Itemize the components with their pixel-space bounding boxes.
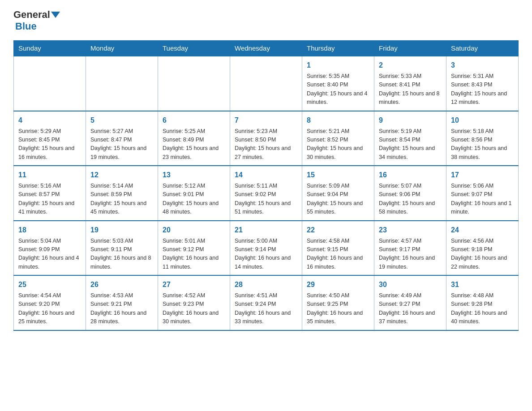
day-number: 25 bbox=[18, 279, 81, 290]
calendar-cell: 10Sunrise: 5:18 AM Sunset: 8:56 PM Dayli… bbox=[446, 111, 519, 166]
calendar-cell bbox=[86, 56, 158, 111]
header-row: SundayMondayTuesdayWednesdayThursdayFrid… bbox=[14, 41, 519, 56]
calendar-cell: 17Sunrise: 5:06 AM Sunset: 9:07 PM Dayli… bbox=[446, 166, 519, 221]
day-info: Sunrise: 5:01 AM Sunset: 9:12 PM Dayligh… bbox=[163, 237, 225, 272]
week-row-3: 11Sunrise: 5:16 AM Sunset: 8:57 PM Dayli… bbox=[14, 166, 519, 221]
week-row-2: 4Sunrise: 5:29 AM Sunset: 8:45 PM Daylig… bbox=[14, 111, 519, 166]
day-info: Sunrise: 5:06 AM Sunset: 9:07 PM Dayligh… bbox=[451, 182, 514, 217]
day-number: 21 bbox=[235, 225, 297, 235]
day-number: 6 bbox=[163, 115, 225, 126]
day-info: Sunrise: 4:57 AM Sunset: 9:17 PM Dayligh… bbox=[379, 237, 442, 272]
day-number: 16 bbox=[379, 170, 442, 180]
day-number: 24 bbox=[451, 225, 514, 235]
day-info: Sunrise: 5:31 AM Sunset: 8:43 PM Dayligh… bbox=[451, 72, 514, 107]
col-header-thursday: Thursday bbox=[302, 41, 374, 56]
day-number: 9 bbox=[379, 115, 442, 126]
calendar-cell: 7Sunrise: 5:23 AM Sunset: 8:50 PM Daylig… bbox=[230, 111, 302, 166]
calendar-cell: 12Sunrise: 5:14 AM Sunset: 8:59 PM Dayli… bbox=[86, 166, 158, 221]
logo-blue: Blue bbox=[15, 21, 37, 32]
day-info: Sunrise: 5:29 AM Sunset: 8:45 PM Dayligh… bbox=[18, 127, 81, 162]
day-info: Sunrise: 4:52 AM Sunset: 9:23 PM Dayligh… bbox=[163, 291, 225, 326]
day-info: Sunrise: 4:54 AM Sunset: 9:20 PM Dayligh… bbox=[18, 291, 81, 326]
day-number: 18 bbox=[18, 225, 81, 235]
calendar-cell bbox=[14, 56, 86, 111]
calendar-cell: 23Sunrise: 4:57 AM Sunset: 9:17 PM Dayli… bbox=[374, 221, 446, 276]
day-info: Sunrise: 5:09 AM Sunset: 9:04 PM Dayligh… bbox=[307, 182, 369, 217]
day-info: Sunrise: 5:33 AM Sunset: 8:41 PM Dayligh… bbox=[379, 72, 442, 107]
day-number: 11 bbox=[18, 170, 81, 180]
day-number: 28 bbox=[235, 279, 297, 290]
day-number: 22 bbox=[307, 225, 369, 235]
day-info: Sunrise: 5:04 AM Sunset: 9:09 PM Dayligh… bbox=[18, 237, 81, 272]
day-number: 23 bbox=[379, 225, 442, 235]
calendar-cell: 15Sunrise: 5:09 AM Sunset: 9:04 PM Dayli… bbox=[302, 166, 374, 221]
col-header-tuesday: Tuesday bbox=[158, 41, 230, 56]
week-row-5: 25Sunrise: 4:54 AM Sunset: 9:20 PM Dayli… bbox=[14, 275, 519, 330]
calendar-cell: 13Sunrise: 5:12 AM Sunset: 9:01 PM Dayli… bbox=[158, 166, 230, 221]
calendar-cell: 19Sunrise: 5:03 AM Sunset: 9:11 PM Dayli… bbox=[86, 221, 158, 276]
calendar-cell: 9Sunrise: 5:19 AM Sunset: 8:54 PM Daylig… bbox=[374, 111, 446, 166]
day-info: Sunrise: 4:51 AM Sunset: 9:24 PM Dayligh… bbox=[235, 291, 297, 326]
col-header-saturday: Saturday bbox=[446, 41, 519, 56]
day-number: 30 bbox=[379, 279, 442, 290]
day-number: 4 bbox=[18, 115, 81, 126]
day-number: 12 bbox=[90, 170, 153, 180]
day-number: 17 bbox=[451, 170, 514, 180]
calendar-cell: 2Sunrise: 5:33 AM Sunset: 8:41 PM Daylig… bbox=[374, 56, 446, 111]
calendar-cell: 31Sunrise: 4:48 AM Sunset: 9:28 PM Dayli… bbox=[446, 275, 519, 330]
day-number: 26 bbox=[90, 279, 153, 290]
day-info: Sunrise: 5:21 AM Sunset: 8:52 PM Dayligh… bbox=[307, 127, 369, 162]
day-info: Sunrise: 5:25 AM Sunset: 8:49 PM Dayligh… bbox=[163, 127, 225, 162]
day-info: Sunrise: 5:14 AM Sunset: 8:59 PM Dayligh… bbox=[90, 182, 153, 217]
calendar-cell: 27Sunrise: 4:52 AM Sunset: 9:23 PM Dayli… bbox=[158, 275, 230, 330]
day-info: Sunrise: 5:18 AM Sunset: 8:56 PM Dayligh… bbox=[451, 127, 514, 162]
logo-general: General bbox=[13, 9, 50, 21]
day-info: Sunrise: 4:56 AM Sunset: 9:18 PM Dayligh… bbox=[451, 237, 514, 272]
calendar-cell: 11Sunrise: 5:16 AM Sunset: 8:57 PM Dayli… bbox=[14, 166, 86, 221]
day-number: 31 bbox=[451, 279, 514, 290]
col-header-sunday: Sunday bbox=[14, 41, 86, 56]
day-info: Sunrise: 5:07 AM Sunset: 9:06 PM Dayligh… bbox=[379, 182, 442, 217]
day-number: 27 bbox=[163, 279, 225, 290]
calendar-cell: 30Sunrise: 4:49 AM Sunset: 9:27 PM Dayli… bbox=[374, 275, 446, 330]
calendar-cell: 5Sunrise: 5:27 AM Sunset: 8:47 PM Daylig… bbox=[86, 111, 158, 166]
day-number: 13 bbox=[163, 170, 225, 180]
calendar-cell: 1Sunrise: 5:35 AM Sunset: 8:40 PM Daylig… bbox=[302, 56, 374, 111]
day-info: Sunrise: 5:00 AM Sunset: 9:14 PM Dayligh… bbox=[235, 237, 297, 272]
day-number: 14 bbox=[235, 170, 297, 180]
day-info: Sunrise: 5:35 AM Sunset: 8:40 PM Dayligh… bbox=[307, 72, 369, 107]
day-info: Sunrise: 4:50 AM Sunset: 9:25 PM Dayligh… bbox=[307, 291, 369, 326]
triangle-icon bbox=[51, 12, 60, 18]
calendar-cell: 29Sunrise: 4:50 AM Sunset: 9:25 PM Dayli… bbox=[302, 275, 374, 330]
day-number: 10 bbox=[451, 115, 514, 126]
day-info: Sunrise: 5:11 AM Sunset: 9:02 PM Dayligh… bbox=[235, 182, 297, 217]
day-info: Sunrise: 4:53 AM Sunset: 9:21 PM Dayligh… bbox=[90, 291, 153, 326]
day-info: Sunrise: 5:19 AM Sunset: 8:54 PM Dayligh… bbox=[379, 127, 442, 162]
calendar-cell: 26Sunrise: 4:53 AM Sunset: 9:21 PM Dayli… bbox=[86, 275, 158, 330]
week-row-4: 18Sunrise: 5:04 AM Sunset: 9:09 PM Dayli… bbox=[14, 221, 519, 276]
calendar-cell: 25Sunrise: 4:54 AM Sunset: 9:20 PM Dayli… bbox=[14, 275, 86, 330]
calendar-cell: 14Sunrise: 5:11 AM Sunset: 9:02 PM Dayli… bbox=[230, 166, 302, 221]
day-info: Sunrise: 5:23 AM Sunset: 8:50 PM Dayligh… bbox=[235, 127, 297, 162]
day-number: 7 bbox=[235, 115, 297, 126]
calendar-cell: 8Sunrise: 5:21 AM Sunset: 8:52 PM Daylig… bbox=[302, 111, 374, 166]
day-info: Sunrise: 5:16 AM Sunset: 8:57 PM Dayligh… bbox=[18, 182, 81, 217]
day-number: 20 bbox=[163, 225, 225, 235]
calendar-cell: 24Sunrise: 4:56 AM Sunset: 9:18 PM Dayli… bbox=[446, 221, 519, 276]
day-number: 3 bbox=[451, 60, 514, 71]
day-number: 1 bbox=[307, 60, 369, 71]
col-header-monday: Monday bbox=[86, 41, 158, 56]
day-info: Sunrise: 5:12 AM Sunset: 9:01 PM Dayligh… bbox=[163, 182, 225, 217]
calendar-cell: 4Sunrise: 5:29 AM Sunset: 8:45 PM Daylig… bbox=[14, 111, 86, 166]
day-info: Sunrise: 4:48 AM Sunset: 9:28 PM Dayligh… bbox=[451, 291, 514, 326]
calendar-cell: 21Sunrise: 5:00 AM Sunset: 9:14 PM Dayli… bbox=[230, 221, 302, 276]
calendar-cell: 18Sunrise: 5:04 AM Sunset: 9:09 PM Dayli… bbox=[14, 221, 86, 276]
calendar-cell: 6Sunrise: 5:25 AM Sunset: 8:49 PM Daylig… bbox=[158, 111, 230, 166]
day-info: Sunrise: 5:27 AM Sunset: 8:47 PM Dayligh… bbox=[90, 127, 153, 162]
calendar-cell bbox=[158, 56, 230, 111]
day-info: Sunrise: 4:49 AM Sunset: 9:27 PM Dayligh… bbox=[379, 291, 442, 326]
day-number: 19 bbox=[90, 225, 153, 235]
week-row-1: 1Sunrise: 5:35 AM Sunset: 8:40 PM Daylig… bbox=[14, 56, 519, 111]
calendar-cell bbox=[230, 56, 302, 111]
calendar-cell: 28Sunrise: 4:51 AM Sunset: 9:24 PM Dayli… bbox=[230, 275, 302, 330]
